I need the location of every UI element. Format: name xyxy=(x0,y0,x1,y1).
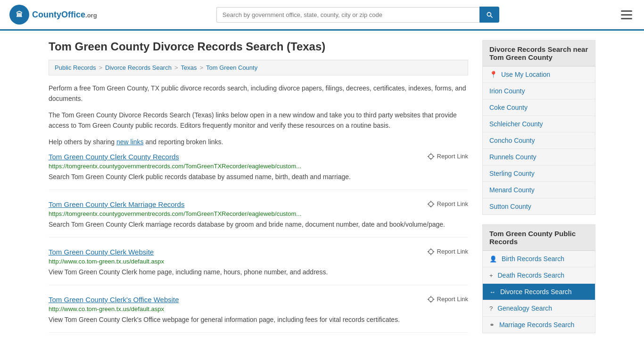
record-card: Tom Green County Clerk Marriage Records … xyxy=(49,200,468,238)
nearby-county-link-4[interactable]: Runnels County xyxy=(489,153,537,161)
record-title-2[interactable]: Tom Green County Clerk Website xyxy=(49,248,154,256)
logo-area: 🏛 CountyOffice.org xyxy=(9,5,97,25)
svg-point-12 xyxy=(429,249,433,254)
sidebar: Divorce Records Search near Tom Green Co… xyxy=(482,40,595,343)
crosshair-icon xyxy=(427,248,435,255)
use-my-location-item[interactable]: 📍 Use My Location xyxy=(483,66,595,83)
public-record-icon-0: 👤 xyxy=(489,255,497,263)
public-record-item-0[interactable]: 👤 Birth Records Search xyxy=(483,251,595,267)
public-records-title: Tom Green County Public Records xyxy=(483,225,595,251)
header: 🏛 CountyOffice.org xyxy=(0,0,644,31)
public-record-item-3[interactable]: ? Genealogy Search xyxy=(483,300,595,317)
record-card-header: Tom Green County Clerk Marriage Records … xyxy=(49,200,468,208)
nearby-county-link-0[interactable]: Irion County xyxy=(489,87,525,95)
record-card-header: Tom Green County Clerk Website Report Li… xyxy=(49,248,468,256)
record-card-header: Tom Green County Clerk's Office Website … xyxy=(49,296,468,304)
records-list: Tom Green County Clerk County Records Re… xyxy=(49,153,468,333)
report-link-0[interactable]: Report Link xyxy=(427,153,468,160)
logo-text: CountyOffice.org xyxy=(32,10,97,19)
record-desc-3: View Tom Green County Clerk's Office web… xyxy=(49,315,468,325)
use-my-location-link[interactable]: Use My Location xyxy=(501,71,550,78)
public-records-list: 👤 Birth Records Search + Death Records S… xyxy=(483,251,595,333)
nearby-county-link-7[interactable]: Sutton County xyxy=(489,203,531,210)
logo-icon: 🏛 xyxy=(9,5,29,25)
record-card: Tom Green County Clerk County Records Re… xyxy=(49,153,468,190)
svg-text:🏛: 🏛 xyxy=(16,10,23,18)
content-wrap: Tom Green County Divorce Records Search … xyxy=(39,31,605,353)
description-1: Perform a free Tom Green County, TX publ… xyxy=(49,83,468,104)
nearby-county-4[interactable]: Runnels County xyxy=(483,149,595,165)
nearby-county-link-5[interactable]: Sterling County xyxy=(489,170,535,177)
record-card-header: Tom Green County Clerk County Records Re… xyxy=(49,153,468,161)
public-record-item-2[interactable]: ↔ Divorce Records Search xyxy=(483,284,595,300)
record-url-3: http://www.co.tom-green.tx.us/default.as… xyxy=(49,305,468,313)
crosshair-icon xyxy=(427,153,435,160)
svg-point-17 xyxy=(429,297,433,301)
public-record-item-1[interactable]: + Death Records Search xyxy=(483,267,595,284)
location-icon: 📍 xyxy=(489,71,497,78)
public-record-link-1[interactable]: Death Records Search xyxy=(497,272,564,279)
nearby-county-link-2[interactable]: Schleicher County xyxy=(489,120,543,128)
public-records-box: Tom Green County Public Records 👤 Birth … xyxy=(482,224,595,333)
public-record-icon-3: ? xyxy=(489,305,493,312)
breadcrumb-divorce-records[interactable]: Divorce Records Search xyxy=(105,64,172,71)
record-url-1: https://tomgreentx.countygovernmentrecor… xyxy=(49,210,468,217)
hamburger-icon xyxy=(621,10,632,19)
nearby-title: Divorce Records Search near Tom Green Co… xyxy=(483,41,595,66)
nearby-county-6[interactable]: Menard County xyxy=(483,182,595,198)
public-record-link-0[interactable]: Birth Records Search xyxy=(502,255,564,263)
breadcrumb-sep-1: > xyxy=(99,64,102,71)
nearby-county-3[interactable]: Concho County xyxy=(483,132,595,149)
breadcrumb-tom-green[interactable]: Tom Green County xyxy=(206,64,257,71)
public-record-icon-4: ⚭ xyxy=(489,321,495,329)
public-record-icon-1: + xyxy=(489,272,493,279)
record-desc-2: View Tom Green County Clerk home page, i… xyxy=(49,267,468,277)
nearby-county-1[interactable]: Coke County xyxy=(483,99,595,116)
menu-button[interactable] xyxy=(619,8,635,22)
record-desc-1: Search Tom Green County Clerk marriage r… xyxy=(49,220,468,230)
record-title-1[interactable]: Tom Green County Clerk Marriage Records xyxy=(49,200,184,208)
public-record-item-4[interactable]: ⚭ Marriage Records Search xyxy=(483,317,595,333)
report-link-3[interactable]: Report Link xyxy=(427,296,468,303)
new-links-link[interactable]: new links xyxy=(116,138,144,146)
public-record-link-3[interactable]: Genealogy Search xyxy=(497,304,552,312)
nearby-county-link-3[interactable]: Concho County xyxy=(489,137,535,144)
svg-point-7 xyxy=(429,202,433,206)
record-card: Tom Green County Clerk Website Report Li… xyxy=(49,248,468,285)
breadcrumb-texas[interactable]: Texas xyxy=(181,64,197,71)
nearby-county-2[interactable]: Schleicher County xyxy=(483,116,595,132)
record-desc-0: Search Tom Green County Clerk public rec… xyxy=(49,172,468,182)
public-record-link-4[interactable]: Marriage Records Search xyxy=(499,321,575,329)
record-url-2: http://www.co.tom-green.tx.us/default.as… xyxy=(49,258,468,265)
report-link-1[interactable]: Report Link xyxy=(427,200,468,208)
public-record-icon-2: ↔ xyxy=(489,288,495,296)
nearby-county-0[interactable]: Irion County xyxy=(483,83,595,99)
report-link-2[interactable]: Report Link xyxy=(427,248,468,255)
nearby-county-5[interactable]: Sterling County xyxy=(483,165,595,182)
search-input[interactable] xyxy=(216,7,479,23)
breadcrumb-public-records[interactable]: Public Records xyxy=(55,64,96,71)
record-url-0: https://tomgreentx.countygovernmentrecor… xyxy=(49,163,468,170)
record-card: Tom Green County Clerk's Office Website … xyxy=(49,296,468,333)
nearby-box: Divorce Records Search near Tom Green Co… xyxy=(482,40,595,215)
main-content: Tom Green County Divorce Records Search … xyxy=(49,40,468,343)
description-3: Help others by sharing new links and rep… xyxy=(49,137,468,147)
svg-point-2 xyxy=(429,154,433,158)
crosshair-icon xyxy=(427,200,435,208)
crosshair-icon xyxy=(427,296,435,303)
record-title-3[interactable]: Tom Green County Clerk's Office Website xyxy=(49,296,179,304)
nearby-counties-list: Irion CountyCoke CountySchleicher County… xyxy=(483,83,595,214)
nearby-county-link-6[interactable]: Menard County xyxy=(489,186,535,194)
page-title: Tom Green County Divorce Records Search … xyxy=(49,40,468,53)
nearby-county-7[interactable]: Sutton County xyxy=(483,198,595,214)
nearby-county-link-1[interactable]: Coke County xyxy=(489,104,528,111)
breadcrumb: Public Records > Divorce Records Search … xyxy=(49,60,468,75)
description-2: The Tom Green County Divorce Records Sea… xyxy=(49,110,468,131)
public-record-link-2[interactable]: Divorce Records Search xyxy=(500,288,572,296)
record-title-0[interactable]: Tom Green County Clerk County Records xyxy=(49,153,179,161)
breadcrumb-sep-3: > xyxy=(199,64,203,71)
search-area xyxy=(216,7,499,23)
breadcrumb-sep-2: > xyxy=(174,64,178,71)
search-button[interactable] xyxy=(479,7,499,23)
